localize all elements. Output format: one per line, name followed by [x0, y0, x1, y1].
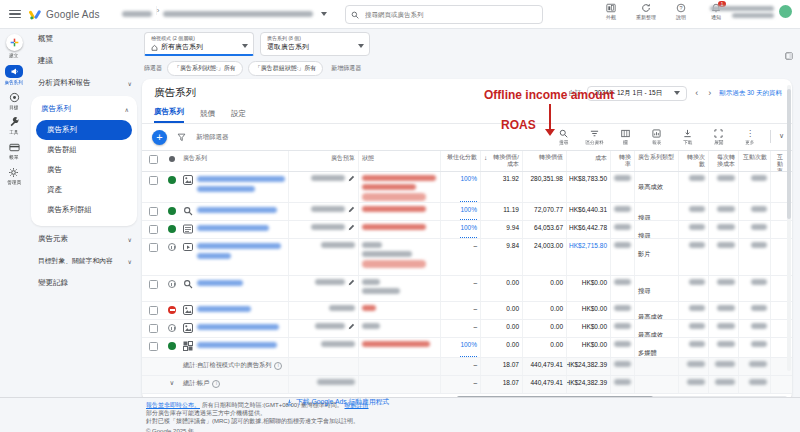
budget-cell[interactable] — [288, 203, 358, 220]
campaign-selector-dropdown[interactable]: 廣告系列 (8 個) 選取廣告系列 — [260, 32, 370, 56]
add-filter-link[interactable]: 新增篩選器 — [331, 64, 361, 73]
header-cost-per-conv[interactable]: 每次轉換成本 — [708, 151, 738, 171]
status-enabled-icon[interactable] — [168, 225, 176, 233]
tab-campaigns[interactable]: 廣告系列 — [154, 107, 184, 123]
campaign-name-cell[interactable] — [180, 239, 288, 275]
header-budget[interactable]: 廣告預算 — [288, 151, 358, 171]
edit-pencil-icon[interactable] — [348, 224, 355, 231]
download-app-link[interactable]: 下載 Google Ads 行動應用程式 — [286, 397, 389, 407]
status-paused-icon[interactable] — [168, 324, 176, 332]
header-optimization-score[interactable]: 最佳化分數 — [440, 151, 480, 171]
date-prev-button[interactable]: ‹ — [693, 88, 700, 98]
row-checkbox[interactable] — [149, 176, 158, 185]
rail-item-tools[interactable]: 工具 — [9, 117, 20, 135]
columns-button[interactable]: 欄 — [614, 129, 638, 145]
row-checkbox[interactable] — [149, 225, 158, 234]
dock-panel-icon[interactable] — [785, 46, 793, 64]
budget-cell[interactable] — [288, 338, 358, 357]
show-last-30-days-link[interactable]: 顯示過去 30 天的資料 — [719, 89, 782, 98]
header-conv-value-per-cost[interactable]: ↓轉換價值/成本 — [480, 151, 522, 171]
status-enabled-icon[interactable] — [168, 342, 176, 350]
date-next-button[interactable]: › — [706, 88, 713, 98]
info-icon[interactable]: i — [274, 362, 282, 370]
nav-sub-campaign-groups[interactable]: 廣告系列群組 — [31, 200, 137, 220]
row-checkbox[interactable] — [149, 243, 158, 252]
help-button[interactable]: ? 說明 — [668, 3, 694, 20]
filter-chip-adgroup-status[interactable]: 「廣告群組狀態:」所有 — [248, 61, 324, 76]
status-enabled-icon[interactable] — [168, 176, 176, 184]
nav-insights[interactable]: 分析資料和報告∨ — [28, 72, 140, 94]
avatar[interactable] — [779, 5, 792, 18]
account-chip[interactable] — [710, 5, 792, 18]
filter-chip-campaign-status[interactable]: 「廣告系列狀態:」所有 — [167, 61, 243, 76]
rail-item-create[interactable]: 建立 — [6, 34, 23, 58]
segment-button[interactable]: 區分資料 — [583, 129, 607, 145]
tab-settings[interactable]: 設定 — [231, 109, 246, 123]
chevron-down-icon[interactable]: ∨ — [170, 379, 175, 393]
campaign-name-cell[interactable] — [180, 221, 288, 238]
row-checkbox[interactable] — [149, 324, 158, 333]
status-enabled-icon[interactable] — [168, 207, 176, 215]
header-conv-rate[interactable]: 轉換率 — [610, 151, 634, 171]
nav-audiences[interactable]: 目標對象、關鍵字和內容∨ — [28, 250, 140, 272]
refresh-button[interactable]: 重新整理 — [633, 3, 659, 20]
row-checkbox[interactable] — [149, 306, 158, 315]
optimization-score-cell[interactable]: 100% — [440, 203, 480, 220]
footer-report-link[interactable]: 報告並非即時公布。 — [146, 402, 200, 408]
budget-cell[interactable] — [288, 276, 358, 301]
tab-auctions[interactable]: 競價 — [200, 109, 215, 123]
nav-ad-elements[interactable]: 廣告元素∨ — [28, 228, 140, 250]
select-all-checkbox[interactable] — [149, 155, 158, 164]
budget-cell[interactable] — [288, 302, 358, 319]
view-mode-dropdown[interactable]: 檢視模式 (2 個層級) 所有廣告系列 — [144, 32, 254, 56]
campaign-name-cell[interactable] — [180, 203, 288, 220]
header-cost[interactable]: 成本 — [566, 151, 610, 171]
search-input[interactable] — [363, 10, 537, 19]
table-search-button[interactable]: 搜尋 — [552, 129, 576, 145]
campaign-name-cell[interactable] — [180, 338, 288, 357]
header-conversions[interactable]: 轉換次數 — [678, 151, 708, 171]
row-checkbox[interactable] — [149, 280, 158, 289]
header-interaction-rate[interactable]: 互動率 — [770, 151, 786, 171]
nav-campaigns-section[interactable]: 廣告系列∧ — [31, 98, 137, 120]
nav-recommendations[interactable]: 建議 — [28, 50, 140, 72]
campaign-name-cell[interactable] — [180, 320, 288, 337]
budget-cell[interactable] — [288, 221, 358, 238]
optimization-score-cell[interactable]: 100% — [440, 172, 480, 202]
rail-item-goals[interactable]: 目標 — [9, 92, 20, 110]
menu-icon[interactable] — [9, 10, 21, 18]
row-checkbox[interactable] — [149, 207, 158, 216]
nav-sub-ads[interactable]: 廣告 — [31, 160, 137, 180]
header-campaign[interactable]: 廣告系列 — [180, 151, 288, 171]
edit-pencil-icon[interactable] — [348, 279, 355, 286]
budget-cell[interactable] — [288, 172, 358, 202]
toolbar-add-filter[interactable]: 新增篩選器 — [196, 133, 229, 142]
edit-pencil-icon[interactable] — [348, 323, 355, 330]
nav-sub-campaigns[interactable]: 廣告系列 — [36, 120, 132, 140]
more-button[interactable]: ⋮ 更多 — [738, 129, 762, 145]
edit-pencil-icon[interactable] — [348, 175, 355, 182]
appearance-button[interactable]: 外觀 — [598, 3, 624, 20]
global-search[interactable] — [345, 5, 543, 24]
optimization-score-cell[interactable]: 100% — [440, 221, 480, 238]
campaign-name-cell[interactable] — [180, 276, 288, 301]
status-removed-icon[interactable] — [168, 306, 176, 314]
header-conv-value[interactable]: 轉換價值 — [522, 151, 566, 171]
budget-cell[interactable] — [288, 320, 358, 337]
campaign-name-cell[interactable] — [180, 302, 288, 319]
budget-cell[interactable] — [288, 239, 358, 275]
header-campaign-type[interactable]: 廣告系列類型 — [634, 151, 678, 171]
cost-cell[interactable]: HK$2,715.80 — [566, 239, 610, 275]
v-scroll-thumb[interactable] — [787, 89, 791, 219]
header-status[interactable]: 狀態 — [358, 151, 440, 171]
status-paused-icon[interactable] — [168, 243, 176, 251]
reports-button[interactable]: 報表 — [645, 129, 669, 145]
add-campaign-button[interactable]: + — [152, 130, 167, 145]
optimization-score-cell[interactable]: 100% — [440, 338, 480, 357]
nav-sub-ad-groups[interactable]: 廣告群組 — [31, 140, 137, 160]
account-breadcrumb[interactable]: › — [122, 10, 328, 19]
rail-item-campaigns[interactable]: 廣告系列 — [4, 65, 23, 85]
nav-overview[interactable]: 概覽 — [28, 28, 140, 50]
download-button[interactable]: 下載 — [676, 129, 700, 145]
nav-sub-assets[interactable]: 資產 — [31, 180, 137, 200]
